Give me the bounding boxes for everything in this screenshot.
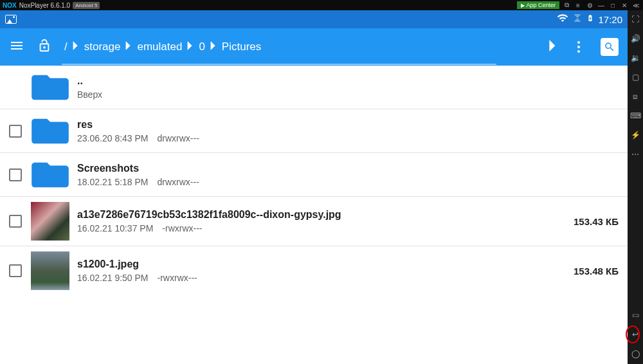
file-row-image[interactable]: a13e7286e76719cb53c1382f1fa8009c--dixon-…: [0, 197, 628, 246]
file-size: 153.48 КБ: [574, 266, 619, 277]
checkbox[interactable]: [9, 168, 22, 181]
no-sim-icon: [572, 13, 583, 26]
breadcrumb-pictures[interactable]: Pictures: [222, 41, 261, 53]
chevron-left-icon[interactable]: ≪: [631, 1, 640, 10]
recent-apps-icon[interactable]: ▭: [630, 310, 640, 320]
file-name: res: [77, 119, 619, 131]
file-list: .. Вверх res 23.06.20 8:43 PM drwxrwx---: [0, 66, 628, 295]
screenshot-icon[interactable]: ▢: [630, 72, 640, 82]
search-button[interactable]: [601, 38, 619, 56]
breadcrumb-underline: [62, 64, 496, 65]
file-row-folder[interactable]: Screenshots 18.02.21 5:18 PM drwxrwx---: [0, 153, 628, 197]
file-sub: Вверх: [77, 89, 102, 100]
settings-icon[interactable]: ⚙: [585, 1, 594, 10]
image-thumbnail: [31, 202, 69, 241]
file-name: Screenshots: [77, 163, 619, 174]
file-date: 16.02.21 9:50 PM: [77, 273, 149, 283]
breadcrumb[interactable]: / storage emulated 0 Pictures: [64, 41, 536, 53]
breadcrumb-storage[interactable]: storage: [84, 41, 121, 53]
file-row-folder[interactable]: res 23.06.20 8:43 PM drwxrwx---: [0, 109, 628, 153]
checkbox[interactable]: [9, 264, 22, 277]
nox-title-bar: NOX NoxPlayer 6.6.1.0 Android 5 ▶ App Ce…: [0, 0, 643, 10]
gallery-icon: [5, 15, 17, 24]
forward-icon[interactable]: [549, 40, 557, 54]
folder-icon: [31, 116, 69, 147]
chevron-right-icon: [125, 41, 132, 53]
nox-side-toolbar: ⛶ 🔊 🔉 ▢ ⧇ ⌨ ⚡ ⋯ ▭ ↩ ◯: [628, 10, 643, 364]
file-row-up[interactable]: .. Вверх: [0, 66, 628, 109]
android-screen: 17:20 / storage emulated 0 Pictures: [0, 10, 628, 364]
checkbox[interactable]: [9, 215, 22, 228]
new-window-icon[interactable]: ⧉: [562, 1, 571, 10]
close-icon[interactable]: ✕: [620, 1, 629, 10]
file-perm: drwxrwx---: [158, 177, 199, 187]
breadcrumb-zero[interactable]: 0: [199, 41, 204, 53]
volume-up-icon[interactable]: 🔊: [630, 33, 640, 44]
app-toolbar: / storage emulated 0 Pictures: [0, 28, 628, 66]
chevron-right-icon: [73, 41, 79, 53]
chevron-right-icon: [210, 41, 217, 53]
breadcrumb-root[interactable]: /: [64, 41, 68, 53]
keyboard-icon[interactable]: ⌨: [630, 111, 640, 121]
file-size: 153.43 КБ: [574, 216, 619, 227]
file-date: 18.02.21 5:18 PM: [77, 177, 149, 187]
status-clock: 17:20: [598, 14, 622, 25]
breadcrumb-emulated[interactable]: emulated: [137, 41, 182, 53]
file-date: 16.02.21 10:37 PM: [77, 223, 153, 233]
unlock-icon[interactable]: [37, 37, 51, 57]
more-vert-icon[interactable]: [577, 41, 580, 53]
file-name: s1200-1.jpeg: [77, 259, 566, 270]
file-name: a13e7286e76719cb53c1382f1fa8009c--dixon-…: [77, 209, 566, 221]
hamburger-menu-icon[interactable]: [9, 38, 24, 56]
maximize-icon[interactable]: □: [608, 1, 617, 10]
file-perm: -rwxrwx---: [162, 223, 202, 233]
fullscreen-icon[interactable]: ⛶: [630, 14, 640, 24]
highlight-circle: [626, 325, 640, 343]
record-icon[interactable]: ⧇: [630, 91, 640, 102]
minimize-icon[interactable]: —: [597, 1, 606, 10]
file-row-image[interactable]: s1200-1.jpeg 16.02.21 9:50 PM -rwxrwx---…: [0, 246, 628, 295]
app-center-button[interactable]: ▶ App Center: [517, 1, 559, 9]
battery-charging-icon: [586, 12, 594, 26]
more-icon[interactable]: ⋯: [630, 149, 640, 159]
android-status-bar: 17:20: [0, 10, 628, 28]
app-name: NoxPlayer 6.6.1.0: [19, 2, 71, 9]
android-badge: Android 5: [73, 2, 100, 9]
home-icon[interactable]: ◯: [630, 349, 640, 359]
file-perm: -rwxrwx---: [158, 273, 197, 283]
rocket-icon[interactable]: ⚡: [630, 130, 640, 140]
chevron-right-icon: [187, 41, 194, 53]
checkbox[interactable]: [9, 125, 22, 138]
folder-icon: [31, 72, 69, 103]
menu-lines-icon[interactable]: ≡: [574, 1, 583, 10]
back-icon[interactable]: ↩: [630, 329, 640, 340]
file-perm: drwxrwx---: [158, 133, 199, 143]
volume-down-icon[interactable]: 🔉: [630, 53, 640, 63]
file-date: 23.06.20 8:43 PM: [77, 133, 149, 143]
image-thumbnail: [31, 251, 69, 290]
folder-icon: [31, 159, 69, 190]
file-name: ..: [77, 75, 619, 87]
nox-logo: NOX: [3, 2, 17, 9]
wifi-icon: [557, 12, 568, 26]
